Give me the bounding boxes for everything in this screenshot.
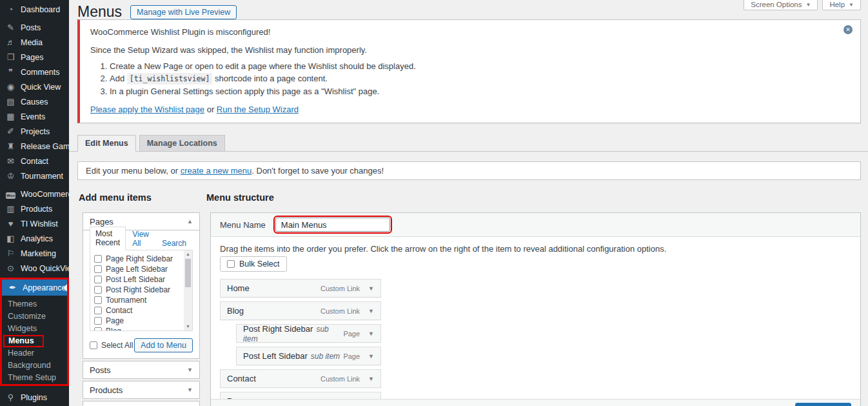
sidebar-item-woocommerce[interactable]: Woo WooCommerce	[0, 187, 69, 201]
pages-filter-tabs: Most Recent View All Search	[90, 236, 193, 250]
collapse-panel-icon[interactable]: ▲	[187, 218, 193, 225]
save-menu-button[interactable]: Save Menu	[795, 403, 851, 406]
posts-panel: Posts ▼	[83, 361, 200, 379]
posts-panel-header[interactable]: Posts ▼	[83, 361, 199, 378]
submenu-item-themes[interactable]: Themes	[2, 298, 67, 310]
page-checkbox[interactable]	[94, 307, 102, 314]
sidebar-item-ti-wishlist[interactable]: ♥ TI Wishlist	[0, 216, 69, 231]
page-checkbox[interactable]	[94, 327, 102, 332]
products-panel-header[interactable]: Products ▼	[83, 381, 199, 398]
menu-item-contact[interactable]: Contact Custom Link▼	[220, 369, 381, 388]
submenu-item-theme-setup[interactable]: Theme Setup	[2, 372, 67, 384]
sidebar-item-pages[interactable]: ❒ Pages	[0, 50, 69, 65]
sidebar-item-events[interactable]: ▦ Events	[0, 109, 69, 124]
add-menu-items-heading: Add menu items	[79, 192, 200, 204]
menu-item-label: Contact	[227, 374, 256, 383]
page-checkbox-item[interactable]: Post Right Sidebar	[94, 285, 181, 294]
sidebar-item-release-game[interactable]: ♜ Release Game	[0, 139, 69, 154]
item-toggle-icon[interactable]: ▼	[368, 376, 374, 382]
menu-item-label: Post Right Sidebar	[243, 324, 313, 334]
submenu-item-customize[interactable]: Customize	[2, 310, 67, 323]
page-item-label: Blog	[106, 327, 121, 332]
notice-subtitle: Since the Setup Wizard was skipped, the …	[90, 45, 834, 55]
sidebar-item-causes[interactable]: ▤ Causes	[0, 94, 69, 109]
sidebar-item-projects[interactable]: ✐ Projects	[0, 124, 69, 139]
menu-item-type: Custom Link	[321, 285, 360, 292]
apply-wishlist-page-link[interactable]: Please apply the Wishlist page	[90, 105, 204, 114]
menu-item-home[interactable]: Home Custom Link▼	[220, 279, 381, 298]
sidebar-item-label: Analytics	[21, 234, 53, 243]
run-setup-wizard-link[interactable]: Run the Setup Wizard	[217, 105, 299, 114]
select-all-checkbox[interactable]	[90, 341, 97, 349]
item-toggle-icon[interactable]: ▼	[368, 353, 374, 360]
manage-live-preview-button[interactable]: Manage with Live Preview	[130, 5, 237, 19]
add-to-menu-button[interactable]: Add to Menu	[134, 338, 193, 352]
sidebar-item-plugins[interactable]: ⚲ Plugins	[0, 390, 69, 405]
item-toggle-icon[interactable]: ▼	[368, 285, 374, 292]
menu-item-blog[interactable]: Blog Custom Link▼	[220, 301, 381, 320]
sidebar-item-appearance-active[interactable]: ✒ Appearance	[2, 279, 67, 296]
item-toggle-icon[interactable]: ▼	[368, 308, 374, 314]
page-item-label: Post Right Sidebar	[106, 285, 170, 294]
causes-panel-header[interactable]: Causes ▼	[83, 401, 199, 406]
megaphone-icon: ⚐	[6, 249, 15, 258]
dismiss-notice-icon[interactable]: ✕	[843, 25, 853, 34]
page-checkbox-item[interactable]: Contact	[94, 305, 181, 315]
sidebar-item-marketing[interactable]: ⚐ Marketing	[0, 246, 69, 261]
sidebar-item-products[interactable]: ▥ Products	[0, 201, 69, 216]
submenu-item-header[interactable]: Header	[2, 347, 67, 360]
pages-panel-footer: Select All Add to Menu	[90, 338, 193, 352]
expand-panel-icon[interactable]: ▼	[187, 387, 193, 393]
sidebar-item-quick-view[interactable]: ◉ Quick View	[0, 79, 69, 94]
sidebar-item-woo-quickview[interactable]: ⊙ Woo QuickView	[0, 261, 69, 276]
tab-view-all[interactable]: View All	[126, 228, 155, 250]
page-checkbox[interactable]	[94, 317, 102, 325]
list-scrollbar[interactable]: ▲ ▼	[184, 250, 192, 330]
page-item-label: Page Left Sidebar	[106, 265, 168, 274]
page-checkbox[interactable]	[94, 296, 102, 304]
page-item-label: Tournament	[106, 296, 146, 305]
menu-item-post-right-sidebar[interactable]: Post Right Sidebarsub item Page▼	[236, 324, 381, 343]
help-button[interactable]: Help ▼	[822, 0, 861, 10]
page-checkbox-item[interactable]: Blog	[94, 326, 181, 331]
page-checkbox-item[interactable]: Page Right Sidebar	[94, 254, 181, 263]
sidebar-item-comments[interactable]: ❞ Comments	[0, 65, 69, 79]
page-checkbox[interactable]	[94, 276, 102, 283]
menu-item-type: Page	[343, 330, 360, 338]
screen-options-button[interactable]: Screen Options ▼	[744, 0, 818, 10]
sidebar-item-contact[interactable]: ✉ Contact	[0, 154, 69, 168]
sidebar-item-dashboard[interactable]: ◔ Dashboard	[0, 2, 69, 17]
page-checkbox-item[interactable]: Page	[94, 316, 181, 325]
page-checkbox[interactable]	[94, 265, 102, 273]
sidebar-item-tournament[interactable]: ♔ Tournament	[0, 168, 69, 183]
page-checkbox-item[interactable]: Page Left Sidebar	[94, 264, 181, 274]
sidebar-item-media[interactable]: ♬ Media	[0, 35, 69, 50]
tab-search[interactable]: Search	[155, 237, 193, 250]
submenu-item-widgets[interactable]: Widgets	[2, 323, 67, 335]
tab-edit-menus[interactable]: Edit Menus	[77, 135, 136, 152]
item-toggle-icon[interactable]: ▼	[368, 330, 374, 337]
tab-manage-locations[interactable]: Manage Locations	[139, 135, 225, 152]
scroll-down-icon[interactable]: ▼	[186, 323, 190, 330]
scrollbar-thumb[interactable]	[185, 259, 191, 287]
scroll-up-icon[interactable]: ▲	[186, 251, 190, 258]
page-checkbox[interactable]	[94, 286, 102, 294]
page-checkbox-item[interactable]: Tournament	[94, 295, 181, 305]
select-all-control[interactable]: Select All	[90, 341, 133, 350]
menu-name-input[interactable]	[275, 218, 390, 232]
submenu-item-menus-current[interactable]: Menus	[2, 335, 67, 347]
envelope-icon: ✉	[6, 156, 15, 166]
tab-most-recent[interactable]: Most Recent	[90, 227, 126, 250]
sidebar-item-label: Posts	[21, 23, 41, 32]
sidebar-item-posts[interactable]: ✎ Posts	[0, 20, 69, 35]
menu-item-post-left-sidebar[interactable]: Post Left Sidebarsub item Page▼	[236, 347, 381, 365]
expand-panel-icon[interactable]: ▼	[187, 367, 193, 373]
create-new-menu-link[interactable]: create a new menu	[181, 166, 252, 176]
page-checkbox-item[interactable]: Post Left Sidebar	[94, 274, 181, 284]
sidebar-item-analytics[interactable]: ◧ Analytics	[0, 231, 69, 246]
bulk-select-checkbox[interactable]	[227, 260, 235, 268]
chevron-down-icon: ▼	[806, 2, 811, 8]
page-checkbox[interactable]	[94, 255, 102, 263]
bulk-select-control[interactable]: Bulk Select	[220, 256, 287, 272]
submenu-item-background[interactable]: Background	[2, 360, 67, 372]
